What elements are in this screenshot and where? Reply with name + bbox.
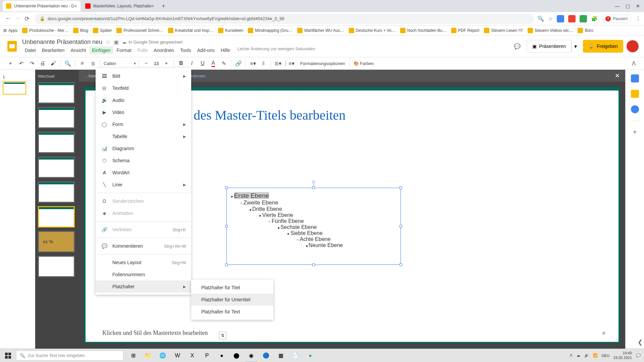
menu-tools[interactable]: Tools — [177, 46, 194, 54]
show-side-panel-button[interactable]: ❮ — [638, 339, 643, 346]
word-icon[interactable]: W — [170, 349, 184, 362]
menu-datei[interactable]: Datei — [22, 46, 39, 54]
italic-button[interactable]: I — [187, 58, 197, 68]
undo-button[interactable]: ↶ — [16, 58, 26, 68]
resize-handle[interactable] — [225, 186, 228, 189]
menu-item-foliennummern[interactable]: Foliennummern — [96, 268, 191, 281]
close-icon[interactable]: × — [151, 3, 154, 9]
move-icon[interactable]: ▣ — [114, 39, 119, 45]
tasks-icon[interactable] — [631, 105, 639, 113]
notepad-icon[interactable]: 📄 — [288, 349, 303, 362]
bookmark-item[interactable]: Deutsche Kurs + Vo… — [349, 28, 395, 33]
level-text[interactable]: Achte Ebene — [297, 236, 396, 242]
extension-icon[interactable] — [557, 15, 564, 22]
menu-item-linie[interactable]: ╲Linie▶ — [96, 179, 191, 191]
level-text[interactable]: Sechste Ebene — [278, 224, 396, 230]
highlight-button[interactable]: ✎ — [219, 58, 229, 68]
bookmark-item[interactable]: Professionell Schrei… — [116, 28, 163, 33]
chevron-down-icon[interactable]: ▼ — [133, 62, 137, 65]
resize-handle[interactable] — [399, 225, 402, 228]
menu-item-form[interactable]: ◯Form▶ — [96, 118, 191, 130]
browser-icon[interactable]: 🔵 — [259, 349, 273, 362]
zoom-button[interactable]: 🔍 — [63, 58, 73, 68]
resize-handle[interactable] — [312, 186, 315, 189]
menu-item-diagramm[interactable]: 📊Diagramm — [96, 142, 191, 155]
level-text[interactable]: Zweite Ebene — [240, 199, 396, 206]
layout-thumbnail[interactable] — [38, 132, 75, 153]
menu-item-audio[interactable]: 🔊Audio — [96, 94, 191, 106]
onedrive-icon[interactable]: ☁ — [577, 353, 580, 358]
keep-icon[interactable] — [631, 90, 639, 98]
layout-thumbnail[interactable] — [38, 157, 75, 178]
level-text[interactable]: Dritte Ebene — [250, 206, 396, 212]
menu-item-platzhalter[interactable]: Platzhalter▶ — [96, 281, 191, 293]
footer-placeholder[interactable]: Klicken und Stil des Mastertexts bearbei… — [102, 329, 208, 337]
start-button[interactable] — [0, 349, 16, 362]
new-tab-button[interactable]: + — [159, 1, 168, 11]
calendar-icon[interactable] — [631, 74, 639, 82]
present-dropdown-button[interactable]: ▾ — [572, 40, 580, 53]
taskbar-search-input[interactable]: 🔍 Zur Suche Text hier eingeben — [16, 351, 123, 361]
chrome-icon[interactable]: ◉ — [244, 349, 258, 362]
browser-tab[interactable]: Masterfolien, Layouts, Platzhalte × — [82, 1, 158, 11]
resize-handle[interactable] — [399, 186, 402, 189]
menu-folie[interactable]: Folie — [135, 46, 150, 54]
menu-icon[interactable]: ⋮ — [635, 15, 641, 22]
obs-icon[interactable]: ⬤ — [229, 349, 244, 362]
present-button[interactable]: ▣ Präsentieren — [527, 40, 572, 53]
level-text[interactable]: Vierte Ebene — [259, 212, 396, 218]
app-icon[interactable]: ▦ — [274, 349, 288, 362]
menu-ansicht[interactable]: Ansicht — [68, 46, 89, 54]
layout-thumbnail[interactable] — [38, 82, 75, 104]
menu-bearbeiten[interactable]: Bearbeiten — [39, 46, 67, 54]
bookmark-item[interactable]: Steuern Lesen !!!! — [484, 28, 523, 33]
menu-addons[interactable]: Add-ons — [195, 46, 217, 54]
bookmark-item[interactable]: Blog — [73, 28, 88, 33]
excel-icon[interactable]: X — [185, 349, 199, 362]
browser-tab-active[interactable]: Unbenannte Präsentation neu - G × — [3, 1, 80, 11]
autofit-button[interactable]: ⇅ — [219, 332, 226, 339]
document-title[interactable]: Unbenannte Präsentation neu — [22, 39, 102, 46]
language-indicator[interactable]: DEU — [602, 354, 609, 358]
menu-item-video[interactable]: ▶Video — [96, 106, 191, 118]
menu-item-kommentieren[interactable]: 💬KommentierenStrg+Alt+M — [96, 240, 191, 252]
wifi-icon[interactable]: 📶 — [593, 353, 598, 358]
close-icon[interactable]: × — [74, 3, 77, 9]
bookmark-item[interactable]: Steuern Videos wic… — [528, 28, 573, 33]
submenu-item-titel[interactable]: Platzhalter für Titel — [191, 282, 273, 294]
align-left-button[interactable]: ≡ — [77, 58, 87, 68]
bookmark-item[interactable]: Mindmapping (Gru… — [248, 28, 292, 33]
star-icon[interactable]: ☆ — [548, 15, 553, 22]
menu-item-bild[interactable]: 🖼Bild▶ — [96, 70, 191, 82]
task-view-button[interactable]: ⊞ — [126, 349, 140, 362]
layout-thumbnail[interactable] — [38, 256, 75, 277]
menu-hilfe[interactable]: Hilfe — [218, 46, 233, 54]
menu-item-textfeld[interactable]: ⊟Textfeld — [96, 82, 191, 94]
bookmark-item[interactable]: Produktsuche - Mer… — [22, 28, 68, 33]
level-text[interactable]: Erste Ebene — [231, 192, 396, 199]
level-text[interactable]: Neunte Ebene — [306, 242, 396, 248]
line-spacing-button[interactable]: ⫴ — [259, 58, 269, 68]
resize-handle[interactable] — [225, 225, 228, 228]
paint-format-button[interactable]: 🖌 — [48, 58, 58, 68]
powerpoint-icon[interactable]: P — [200, 349, 214, 362]
text-color-button[interactable]: A — [208, 58, 218, 68]
notifications-icon[interactable]: 💬 — [636, 353, 641, 358]
submenu-item-text[interactable]: Platzhalter für Text — [191, 306, 273, 318]
menu-item-wordart[interactable]: AWordArt — [96, 167, 191, 179]
format-options-button[interactable]: Formatierungsoptionen — [298, 61, 347, 66]
redo-button[interactable]: ↷ — [27, 58, 37, 68]
bookmark-item[interactable]: Kreativität und Insp… — [168, 28, 214, 33]
bold-button[interactable]: B — [176, 58, 186, 68]
layout-thumbnail[interactable] — [38, 181, 75, 203]
level-text[interactable]: Siebte Ebene — [287, 230, 396, 236]
layout-thumbnail[interactable]: xx % — [38, 231, 75, 252]
new-slide-button[interactable]: + — [5, 58, 15, 68]
spotify-icon[interactable]: ● — [303, 349, 317, 362]
collapse-toolbar-button[interactable]: ᐱ — [629, 58, 639, 68]
menu-item-neues-layout[interactable]: Neues LayoutStrg+M — [96, 256, 191, 268]
page-number-placeholder[interactable]: # — [602, 330, 605, 336]
level-text[interactable]: Fünfte Ebene — [268, 218, 396, 224]
resize-handle[interactable] — [399, 263, 402, 266]
close-master-button[interactable]: ✕ — [615, 72, 620, 79]
